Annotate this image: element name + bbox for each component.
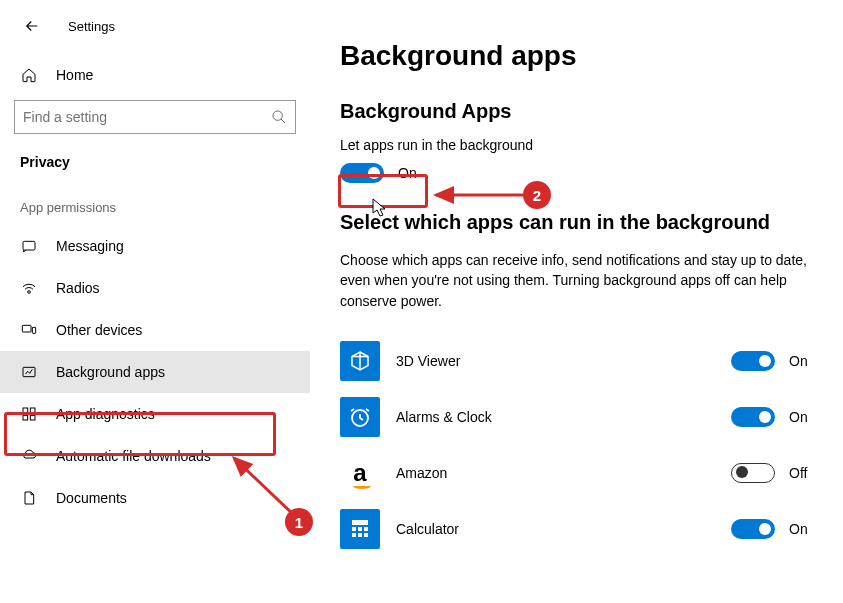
app-state: Off xyxy=(789,465,813,481)
app-row-alarms-clock: Alarms & Clock On xyxy=(340,389,813,445)
app-toggle[interactable] xyxy=(731,351,775,371)
toggle-description: Let apps run in the background xyxy=(340,137,813,153)
nav-label: Messaging xyxy=(56,238,124,254)
nav-label: App diagnostics xyxy=(56,406,155,422)
app-toggle[interactable] xyxy=(731,407,775,427)
search-box[interactable] xyxy=(14,100,296,134)
svg-point-0 xyxy=(273,111,282,120)
svg-rect-3 xyxy=(22,325,31,332)
diagnostics-icon xyxy=(20,405,38,423)
search-icon xyxy=(271,109,287,125)
page-title: Background apps xyxy=(340,40,813,72)
svg-rect-8 xyxy=(23,415,28,420)
app-toggle[interactable] xyxy=(731,463,775,483)
master-toggle-row: On xyxy=(340,163,813,183)
app-toggle[interactable] xyxy=(731,519,775,539)
app-row-amazon: a Amazon Off xyxy=(340,445,813,501)
svg-rect-11 xyxy=(352,520,368,525)
category-label: Privacy xyxy=(0,148,310,188)
sidebar-item-other-devices[interactable]: Other devices xyxy=(0,309,310,351)
sidebar-item-app-diagnostics[interactable]: App diagnostics xyxy=(0,393,310,435)
nav-label: Other devices xyxy=(56,322,142,338)
nav-label: Background apps xyxy=(56,364,165,380)
svg-rect-14 xyxy=(364,527,368,531)
clock-icon xyxy=(340,397,380,437)
calculator-icon xyxy=(340,509,380,549)
svg-point-2 xyxy=(28,291,31,294)
svg-rect-6 xyxy=(23,408,28,413)
svg-rect-7 xyxy=(30,408,35,413)
arrow-left-icon xyxy=(23,17,41,35)
background-apps-icon xyxy=(20,363,38,381)
svg-rect-15 xyxy=(352,533,356,537)
cloud-download-icon xyxy=(20,447,38,465)
back-button[interactable] xyxy=(20,14,44,38)
svg-rect-1 xyxy=(23,241,35,250)
message-icon xyxy=(20,237,38,255)
sidebar-item-background-apps[interactable]: Background apps xyxy=(0,351,310,393)
app-name: Calculator xyxy=(396,521,459,537)
nav-label: Radios xyxy=(56,280,100,296)
devices-icon xyxy=(20,321,38,339)
sidebar-item-automatic-downloads[interactable]: Automatic file downloads xyxy=(0,435,310,477)
3d-viewer-icon xyxy=(340,341,380,381)
sidebar-item-documents[interactable]: Documents xyxy=(0,477,310,519)
section2-title: Select which apps can run in the backgro… xyxy=(340,211,813,234)
section2-desc: Choose which apps can receive info, send… xyxy=(340,250,810,311)
nav-label: Documents xyxy=(56,490,127,506)
app-state: On xyxy=(789,409,813,425)
amazon-icon: a xyxy=(340,453,380,493)
svg-rect-13 xyxy=(358,527,362,531)
app-row-3d-viewer: 3D Viewer On xyxy=(340,333,813,389)
app-state: On xyxy=(789,353,813,369)
radio-icon xyxy=(20,279,38,297)
sidebar-home[interactable]: Home xyxy=(0,56,310,94)
svg-rect-12 xyxy=(352,527,356,531)
app-row-calculator: Calculator On xyxy=(340,501,813,557)
document-icon xyxy=(20,489,38,507)
svg-rect-4 xyxy=(32,327,35,333)
sidebar: Settings Home Privacy App permissions Me… xyxy=(0,0,310,603)
app-name: 3D Viewer xyxy=(396,353,460,369)
svg-rect-16 xyxy=(358,533,362,537)
app-state: On xyxy=(789,521,813,537)
app-name: Amazon xyxy=(396,465,447,481)
sidebar-item-messaging[interactable]: Messaging xyxy=(0,225,310,267)
topbar: Settings xyxy=(0,14,310,56)
window-title: Settings xyxy=(68,19,115,34)
main-content: Background apps Background Apps Let apps… xyxy=(310,0,843,603)
section-title: Background Apps xyxy=(340,100,813,123)
section-label: App permissions xyxy=(0,188,310,225)
nav-label: Automatic file downloads xyxy=(56,448,211,464)
home-icon xyxy=(20,66,38,84)
sidebar-item-radios[interactable]: Radios xyxy=(0,267,310,309)
search-input[interactable] xyxy=(23,109,271,125)
app-name: Alarms & Clock xyxy=(396,409,492,425)
svg-rect-9 xyxy=(30,415,35,420)
master-toggle-state: On xyxy=(398,165,417,181)
svg-rect-17 xyxy=(364,533,368,537)
master-toggle[interactable] xyxy=(340,163,384,183)
home-label: Home xyxy=(56,67,93,83)
